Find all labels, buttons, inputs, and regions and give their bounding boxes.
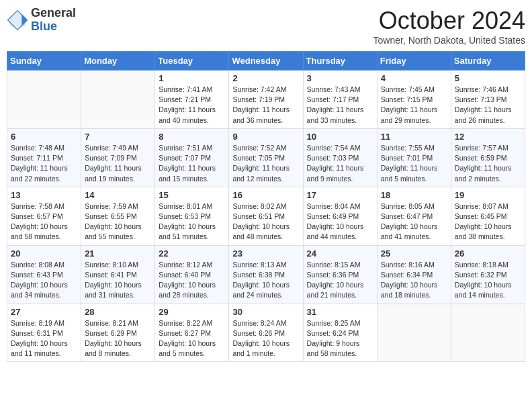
col-thursday: Thursday bbox=[303, 52, 377, 71]
sunset-text: Sunset: 6:57 PM bbox=[11, 212, 63, 220]
calendar-cell: 27 Sunrise: 8:19 AM Sunset: 6:31 PM Dayl… bbox=[7, 304, 81, 362]
sunrise-text: Sunrise: 7:46 AM bbox=[455, 85, 508, 93]
daylight-text: Daylight: 10 hours and 38 minutes. bbox=[455, 222, 512, 240]
day-number: 31 bbox=[307, 307, 373, 317]
calendar-cell: 11 Sunrise: 7:55 AM Sunset: 7:01 PM Dayl… bbox=[377, 128, 451, 187]
location-subtitle: Towner, North Dakota, United States bbox=[373, 35, 525, 46]
day-info: Sunrise: 8:05 AM Sunset: 6:47 PM Dayligh… bbox=[381, 201, 447, 242]
sunrise-text: Sunrise: 8:25 AM bbox=[307, 319, 361, 327]
sunrise-text: Sunrise: 8:22 AM bbox=[159, 319, 212, 327]
sunrise-text: Sunrise: 7:49 AM bbox=[85, 144, 138, 152]
sunrise-text: Sunrise: 8:07 AM bbox=[455, 202, 508, 210]
sunrise-text: Sunrise: 8:04 AM bbox=[307, 202, 361, 210]
logo-blue-text: Blue bbox=[31, 19, 57, 33]
day-info: Sunrise: 8:19 AM Sunset: 6:31 PM Dayligh… bbox=[11, 318, 77, 359]
sunset-text: Sunset: 6:31 PM bbox=[11, 329, 63, 337]
sunrise-text: Sunrise: 8:12 AM bbox=[159, 261, 212, 269]
daylight-text: Daylight: 10 hours and 28 minutes. bbox=[159, 281, 216, 299]
daylight-text: Daylight: 11 hours and 15 minutes. bbox=[159, 164, 216, 182]
calendar-cell: 16 Sunrise: 8:02 AM Sunset: 6:51 PM Dayl… bbox=[229, 187, 303, 245]
day-number: 2 bbox=[232, 73, 299, 83]
day-number: 25 bbox=[381, 248, 447, 259]
day-number: 29 bbox=[159, 307, 225, 317]
sunrise-text: Sunrise: 8:19 AM bbox=[11, 319, 64, 327]
day-number: 26 bbox=[455, 248, 521, 259]
calendar-cell: 15 Sunrise: 8:01 AM Sunset: 6:53 PM Dayl… bbox=[155, 187, 229, 245]
sunset-text: Sunset: 6:41 PM bbox=[85, 271, 137, 279]
day-info: Sunrise: 7:49 AM Sunset: 7:09 PM Dayligh… bbox=[85, 143, 151, 184]
sunrise-text: Sunrise: 7:48 AM bbox=[11, 144, 64, 152]
calendar-cell bbox=[7, 71, 81, 129]
day-info: Sunrise: 8:22 AM Sunset: 6:27 PM Dayligh… bbox=[159, 318, 225, 359]
sunset-text: Sunset: 7:07 PM bbox=[159, 154, 211, 162]
sunrise-text: Sunrise: 7:42 AM bbox=[232, 85, 286, 93]
calendar-cell bbox=[81, 71, 155, 129]
sunrise-text: Sunrise: 8:02 AM bbox=[232, 202, 286, 210]
daylight-text: Daylight: 11 hours and 33 minutes. bbox=[307, 105, 364, 124]
daylight-text: Daylight: 10 hours and 51 minutes. bbox=[159, 222, 216, 240]
sunset-text: Sunset: 6:59 PM bbox=[455, 154, 507, 162]
logo-text: General Blue bbox=[31, 7, 76, 34]
sunrise-text: Sunrise: 8:21 AM bbox=[85, 319, 138, 327]
col-monday: Monday bbox=[81, 52, 155, 71]
daylight-text: Daylight: 11 hours and 9 minutes. bbox=[307, 164, 364, 182]
day-info: Sunrise: 7:43 AM Sunset: 7:17 PM Dayligh… bbox=[307, 85, 373, 126]
day-number: 12 bbox=[455, 132, 521, 142]
daylight-text: Daylight: 11 hours and 12 minutes. bbox=[232, 164, 290, 182]
day-info: Sunrise: 7:42 AM Sunset: 7:19 PM Dayligh… bbox=[232, 85, 299, 126]
day-number: 27 bbox=[11, 307, 77, 317]
calendar-cell: 24 Sunrise: 8:15 AM Sunset: 6:36 PM Dayl… bbox=[303, 245, 377, 304]
col-saturday: Saturday bbox=[451, 52, 525, 71]
calendar-cell: 20 Sunrise: 8:08 AM Sunset: 6:43 PM Dayl… bbox=[7, 245, 81, 304]
daylight-text: Daylight: 10 hours and 41 minutes. bbox=[381, 222, 438, 240]
sunrise-text: Sunrise: 7:43 AM bbox=[307, 85, 361, 93]
sunset-text: Sunset: 7:09 PM bbox=[85, 154, 137, 162]
sunrise-text: Sunrise: 8:13 AM bbox=[232, 261, 286, 269]
day-info: Sunrise: 8:16 AM Sunset: 6:34 PM Dayligh… bbox=[381, 260, 447, 301]
sunset-text: Sunset: 7:11 PM bbox=[11, 154, 63, 162]
day-info: Sunrise: 8:04 AM Sunset: 6:49 PM Dayligh… bbox=[307, 201, 373, 242]
day-number: 11 bbox=[381, 132, 447, 142]
day-number: 4 bbox=[381, 73, 447, 83]
day-info: Sunrise: 8:12 AM Sunset: 6:40 PM Dayligh… bbox=[159, 260, 225, 301]
col-tuesday: Tuesday bbox=[155, 52, 229, 71]
day-info: Sunrise: 7:48 AM Sunset: 7:11 PM Dayligh… bbox=[11, 143, 77, 184]
sunset-text: Sunset: 7:13 PM bbox=[455, 95, 507, 103]
calendar-cell: 25 Sunrise: 8:16 AM Sunset: 6:34 PM Dayl… bbox=[377, 245, 451, 304]
day-number: 16 bbox=[232, 190, 299, 200]
sunset-text: Sunset: 6:53 PM bbox=[159, 212, 211, 220]
sunset-text: Sunset: 6:38 PM bbox=[232, 271, 285, 279]
daylight-text: Daylight: 10 hours and 14 minutes. bbox=[455, 281, 512, 299]
calendar-week-row: 1 Sunrise: 7:41 AM Sunset: 7:21 PM Dayli… bbox=[7, 71, 525, 129]
calendar-cell: 31 Sunrise: 8:25 AM Sunset: 6:24 PM Dayl… bbox=[303, 304, 377, 362]
calendar-cell: 7 Sunrise: 7:49 AM Sunset: 7:09 PM Dayli… bbox=[81, 128, 155, 187]
daylight-text: Daylight: 10 hours and 48 minutes. bbox=[232, 222, 290, 240]
calendar-week-row: 6 Sunrise: 7:48 AM Sunset: 7:11 PM Dayli… bbox=[7, 128, 525, 187]
day-info: Sunrise: 8:13 AM Sunset: 6:38 PM Dayligh… bbox=[232, 260, 299, 301]
day-number: 10 bbox=[307, 132, 373, 142]
day-number: 1 bbox=[159, 73, 225, 83]
sunrise-text: Sunrise: 7:52 AM bbox=[232, 144, 286, 152]
daylight-text: Daylight: 11 hours and 5 minutes. bbox=[381, 164, 438, 182]
calendar-cell: 12 Sunrise: 7:57 AM Sunset: 6:59 PM Dayl… bbox=[451, 128, 525, 187]
day-info: Sunrise: 7:54 AM Sunset: 7:03 PM Dayligh… bbox=[307, 143, 373, 184]
calendar-cell: 21 Sunrise: 8:10 AM Sunset: 6:41 PM Dayl… bbox=[81, 245, 155, 304]
daylight-text: Daylight: 9 hours and 58 minutes. bbox=[307, 339, 360, 357]
day-info: Sunrise: 8:10 AM Sunset: 6:41 PM Dayligh… bbox=[85, 260, 151, 301]
day-number: 18 bbox=[381, 190, 447, 200]
calendar-week-row: 27 Sunrise: 8:19 AM Sunset: 6:31 PM Dayl… bbox=[7, 304, 525, 362]
sunset-text: Sunset: 7:05 PM bbox=[232, 154, 285, 162]
day-number: 23 bbox=[232, 248, 299, 259]
day-info: Sunrise: 7:51 AM Sunset: 7:07 PM Dayligh… bbox=[159, 143, 225, 184]
sunrise-text: Sunrise: 7:57 AM bbox=[455, 144, 508, 152]
day-number: 28 bbox=[85, 307, 151, 317]
calendar-cell: 2 Sunrise: 7:42 AM Sunset: 7:19 PM Dayli… bbox=[229, 71, 303, 129]
daylight-text: Daylight: 11 hours and 2 minutes. bbox=[455, 164, 512, 182]
day-number: 7 bbox=[85, 132, 151, 142]
day-number: 15 bbox=[159, 190, 225, 200]
daylight-text: Daylight: 11 hours and 36 minutes. bbox=[232, 105, 290, 124]
daylight-text: Daylight: 10 hours and 44 minutes. bbox=[307, 222, 364, 240]
calendar-cell: 6 Sunrise: 7:48 AM Sunset: 7:11 PM Dayli… bbox=[7, 128, 81, 187]
day-info: Sunrise: 7:55 AM Sunset: 7:01 PM Dayligh… bbox=[381, 143, 447, 184]
sunrise-text: Sunrise: 7:45 AM bbox=[381, 85, 435, 93]
